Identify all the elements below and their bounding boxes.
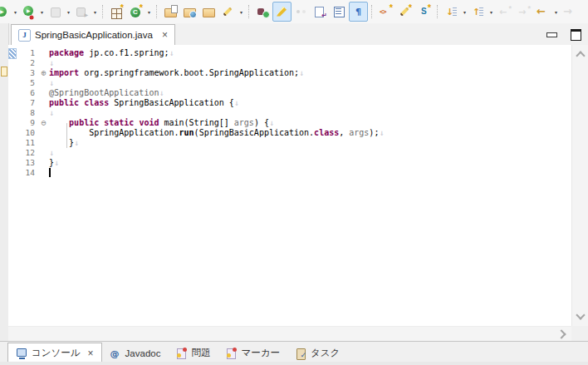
line-delimiter-mark: ↓ — [49, 78, 54, 87]
bottom-tab-label: タスク — [311, 347, 340, 359]
line-delimiter-mark: ↓ — [169, 48, 174, 57]
code-text — [49, 168, 51, 178]
run-last-button[interactable] — [72, 2, 91, 22]
link-with-editor-button[interactable] — [311, 2, 330, 22]
next-edit-button[interactable] — [514, 2, 533, 22]
bottom-tab-markers[interactable]: マーカー — [218, 343, 287, 363]
line-number: 2 — [8, 58, 38, 68]
fold-gutter — [38, 58, 49, 68]
new-java-project-button[interactable] — [107, 2, 126, 22]
code-text: ↓ — [49, 58, 54, 68]
connect-button[interactable] — [253, 2, 272, 22]
code-line[interactable]: 11 }↓ — [8, 138, 384, 148]
new-spring-button[interactable] — [414, 2, 434, 22]
code-text: public static void main(String[] args) {… — [49, 118, 274, 128]
line-number: 10 — [8, 128, 38, 138]
fold-gutter — [38, 168, 49, 178]
scroll-up-icon[interactable] — [576, 51, 585, 60]
vertical-scrollbar[interactable] — [571, 45, 588, 326]
code-line[interactable]: 9⊖ public static void main(String[] args… — [8, 118, 384, 128]
show-source-button[interactable] — [330, 2, 349, 22]
scroll-down-icon[interactable] — [576, 310, 585, 319]
dropdown-arrow-icon[interactable]: ▾ — [38, 9, 46, 15]
new-file-button[interactable] — [395, 2, 414, 22]
line-delimiter-mark: ↓ — [269, 118, 274, 127]
open-file-button[interactable] — [161, 2, 180, 22]
new-xml-button[interactable] — [376, 2, 395, 22]
line-delimiter-mark: ↓ — [49, 58, 54, 67]
line-number: 1 — [8, 48, 38, 58]
code-line[interactable]: 12↓ — [8, 148, 384, 158]
eclipse-window: ▾▾▾▾▾▾▾▾▾ J SpringBasicApplication.java … — [0, 0, 588, 365]
dropdown-arrow-icon[interactable]: ▾ — [65, 9, 72, 15]
code-line[interactable]: 7public class SpringBasicApplication {↓ — [8, 98, 384, 108]
show-whitespace-button[interactable] — [349, 2, 368, 22]
scroll-right-icon[interactable] — [556, 329, 566, 338]
minimize-icon[interactable] — [546, 32, 557, 37]
open-folder-button[interactable] — [199, 2, 218, 22]
previous-annotation-button[interactable] — [468, 2, 488, 22]
new-xml-icon — [379, 5, 393, 19]
dropdown-arrow-icon[interactable]: ▾ — [488, 9, 495, 15]
code-line[interactable]: 2↓ — [8, 58, 384, 68]
maximize-icon[interactable] — [571, 29, 581, 41]
mark-occurrences-button[interactable] — [272, 2, 292, 22]
code-line[interactable]: 10 SpringApplication.run(SpringBasicAppl… — [8, 128, 384, 138]
code-text: ↓ — [49, 108, 54, 118]
dropdown-arrow-icon[interactable]: ▾ — [552, 9, 560, 15]
code-line[interactable]: 8↓ — [8, 108, 384, 118]
bottom-tab-label: マーカー — [241, 347, 280, 359]
next-edit-icon — [517, 5, 531, 19]
new-wizard-button[interactable] — [218, 2, 238, 22]
import-button[interactable] — [180, 2, 199, 22]
scrollbar-corner — [571, 326, 588, 341]
code-line[interactable]: 6@SpringBootApplication↓ — [8, 88, 384, 98]
toolbar-separator — [156, 5, 158, 18]
line-number: 6 — [8, 88, 38, 98]
fold-gutter — [38, 158, 49, 168]
fold-gutter — [38, 78, 49, 88]
minimized-view-icon[interactable] — [1, 67, 7, 76]
code-line[interactable]: 5↓ — [8, 78, 384, 88]
code-line[interactable]: 3⊕import org.springframework.boot.Spring… — [8, 68, 384, 78]
bottom-tab-problems[interactable]: 問題 — [168, 343, 218, 363]
fold-minus-icon[interactable]: ⊖ — [38, 118, 49, 128]
line-delimiter-mark: ↓ — [54, 158, 59, 167]
refresh-button[interactable] — [292, 2, 311, 22]
bottom-tab-console[interactable]: コンソール× — [7, 343, 102, 363]
dropdown-arrow-icon[interactable]: ▾ — [145, 9, 153, 15]
code-line[interactable]: 14 — [8, 168, 384, 178]
bottom-tab-javadoc[interactable]: Javadoc — [102, 343, 169, 363]
editor-tab[interactable]: J SpringBasicApplication.java × — [11, 24, 175, 45]
next-annotation-button[interactable] — [442, 2, 461, 22]
dropdown-arrow-icon[interactable]: ▾ — [238, 9, 245, 15]
previous-edit-button[interactable] — [495, 2, 514, 22]
fold-plus-icon[interactable]: ⊕ — [38, 68, 49, 78]
code-text: ↓ — [49, 78, 54, 88]
back-button[interactable] — [533, 2, 552, 22]
bottom-tab-tasks[interactable]: タスク — [287, 343, 347, 363]
code-line[interactable]: 13}↓ — [8, 158, 384, 168]
close-tab-icon[interactable]: × — [162, 29, 168, 41]
editor-tab-title: SpringBasicApplication.java — [35, 30, 153, 40]
horizontal-scrollbar[interactable] — [8, 326, 571, 342]
new-spring-icon — [417, 5, 431, 19]
dropdown-arrow-icon[interactable]: ▾ — [91, 9, 99, 15]
fold-gutter — [38, 148, 49, 158]
forward-icon — [562, 5, 576, 19]
run-button[interactable] — [0, 2, 12, 22]
line-number: 9 — [8, 118, 38, 128]
close-tab-icon[interactable]: × — [88, 348, 94, 359]
forward-button[interactable] — [560, 2, 579, 22]
debug-button[interactable] — [19, 2, 38, 22]
dropdown-arrow-icon[interactable]: ▾ — [12, 9, 19, 15]
code-editor[interactable]: 1package jp.co.f1.spring;↓2↓3⊕import org… — [8, 45, 571, 326]
code-text: import org.springframework.boot.SpringAp… — [49, 68, 304, 78]
code-text: SpringApplication.run(SpringBasicApplica… — [49, 128, 384, 138]
dropdown-arrow-icon[interactable]: ▾ — [461, 9, 468, 15]
spring-starter-button[interactable] — [126, 2, 145, 22]
toolbar-separator — [437, 5, 439, 18]
line-number: 7 — [8, 98, 38, 108]
code-line[interactable]: 1package jp.co.f1.spring;↓ — [8, 48, 384, 58]
coverage-button[interactable] — [46, 2, 65, 22]
